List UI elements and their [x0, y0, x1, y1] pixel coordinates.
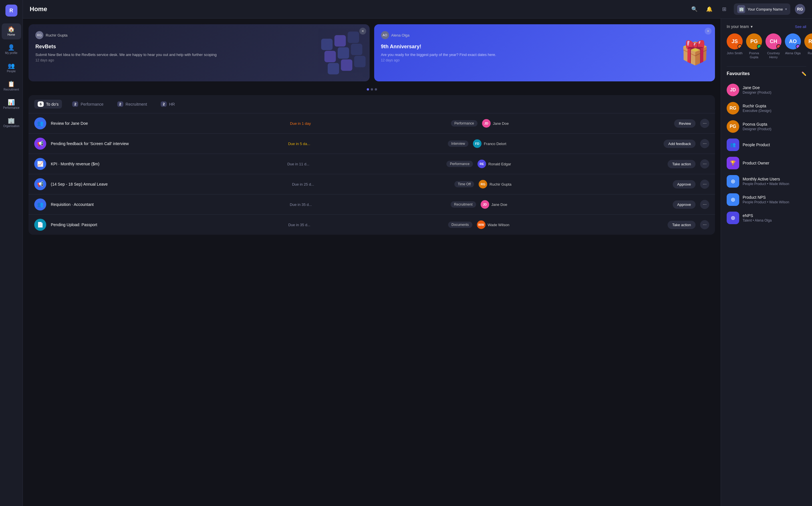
sidebar-item-recruitment[interactable]: 📋 Recruitment: [2, 78, 21, 94]
main-content: Home 🔍 🔔 ⊞ 🏢 Your Company Name ▾ RG RG: [23, 0, 812, 506]
team-member[interactable]: AO Alena Olga: [785, 33, 801, 59]
sidebar-item-my-profile[interactable]: 👤 My profile: [2, 42, 21, 58]
todo-icon: 📈: [34, 158, 46, 170]
todo-icon: 📢: [34, 138, 46, 150]
dot-2[interactable]: [371, 88, 373, 90]
see-all-button[interactable]: See all: [795, 24, 806, 29]
company-name: Your Company Name: [747, 7, 783, 11]
team-member-name: Poorva Gupta: [746, 51, 762, 59]
todo-action-button[interactable]: Take action: [668, 221, 696, 229]
todo-person: WW Wade Wilson: [477, 221, 663, 229]
search-button[interactable]: 🔍: [689, 4, 700, 14]
fav-avatar: PG: [727, 120, 739, 133]
tab-performance[interactable]: 2 Performance: [69, 100, 107, 108]
todo-name: KPI · Monthly revenue ($m): [51, 162, 283, 166]
team-chevron-icon: ▾: [751, 24, 752, 29]
todo-name: Pending feedback for 'Screen Call' inter…: [51, 141, 283, 146]
tab-recruitment-label: Recruitment: [126, 102, 147, 106]
team-member-avatar: CH: [766, 33, 782, 50]
todo-more-button[interactable]: ···: [700, 119, 709, 128]
user-avatar[interactable]: RG: [795, 4, 805, 14]
fav-sub: People Product • Wade Wilson: [743, 182, 806, 186]
todo-more-button[interactable]: ···: [700, 220, 709, 229]
todo-person-name: Franco Delort: [484, 142, 506, 146]
tab-performance-label: Performance: [81, 102, 103, 106]
team-member[interactable]: JS John Smith: [727, 33, 743, 59]
todo-more-button[interactable]: ···: [700, 139, 709, 148]
people-icon: 👥: [8, 63, 15, 69]
recruitment-icon: 📋: [8, 81, 15, 87]
page-title: Home: [30, 5, 685, 13]
card-description: Submit New Bet Idea to the RevBets servi…: [35, 52, 363, 58]
todo-action-button[interactable]: Add feedback: [664, 140, 696, 148]
favourites-section: Favourites ✏️ JD Jane Doe Designer (Prod…: [727, 71, 806, 227]
todo-row: 📄 Pending Upload: Passport Due in 35 d..…: [28, 215, 715, 235]
card-close-button-2[interactable]: ✕: [705, 28, 712, 34]
team-member[interactable]: PG Poorva Gupta: [746, 33, 762, 59]
fav-item-people-product[interactable]: 👥 People Product: [727, 136, 806, 154]
sidebar-item-organisation[interactable]: 🏢 Organisation: [2, 115, 21, 131]
todo-action-button[interactable]: Approve: [673, 200, 696, 209]
center-panel: RG Ruchir Gupta ✕ RevBets Submit New Bet…: [23, 18, 721, 506]
fav-name: Monthly Active Users: [743, 177, 806, 181]
fav-avatar: 👥: [727, 139, 739, 151]
gift-icon: 🎁: [681, 41, 709, 64]
todo-row: 👥 Requisition · Accountant Due in 35 d..…: [28, 194, 715, 215]
fav-sub: Talent • Alena Olga: [743, 219, 806, 223]
todo-action-button[interactable]: Approve: [673, 180, 696, 188]
fav-info: Product Owner: [743, 161, 806, 165]
fav-item-poorva-gupta[interactable]: PG Poorva Gupta Designer (Product): [727, 117, 806, 136]
todo-person-name: Jane Doe: [492, 202, 507, 207]
dot-1[interactable]: [367, 88, 369, 90]
todo-icon: 📄: [34, 219, 46, 231]
sidebar-item-performance[interactable]: 📊 Performance: [2, 96, 21, 112]
todo-icon: 👥: [34, 117, 46, 130]
sidebar-item-people[interactable]: 👥 People: [2, 60, 21, 76]
edit-favourites-button[interactable]: ✏️: [801, 71, 806, 76]
fav-item-jane-doe[interactable]: JD Jane Doe Designer (Product): [727, 81, 806, 99]
company-selector[interactable]: 🏢 Your Company Name ▾: [734, 3, 790, 15]
todo-icon: 📢: [34, 178, 46, 190]
team-member[interactable]: RG Ru Gu: [804, 33, 812, 59]
fav-item-monthly-active-users[interactable]: ◎ Monthly Active Users People Product • …: [727, 172, 806, 190]
todo-row: 📢 Pending feedback for 'Screen Call' int…: [28, 134, 715, 154]
tab-hr[interactable]: 2 HR: [157, 100, 178, 108]
todo-action-button[interactable]: Take action: [668, 160, 696, 168]
todo-person: RG Ruchir Gupta: [479, 180, 668, 188]
todo-more-button[interactable]: ···: [700, 159, 709, 168]
team-member-avatar: RG: [804, 33, 812, 50]
todo-person-name: Wade Wilson: [488, 223, 509, 227]
notifications-button[interactable]: 🔔: [704, 4, 714, 14]
todo-person-avatar: RE: [478, 160, 486, 168]
tab-performance-count: 2: [72, 101, 78, 107]
card-decoration: [324, 34, 364, 71]
fav-item-enps[interactable]: ◎ eNPS Talent • Alena Olga: [727, 209, 806, 227]
todo-badge: Interview: [448, 141, 468, 147]
profile-icon: 👤: [8, 45, 15, 50]
team-section: In your team ▾ See all JS John Smith PG …: [727, 24, 806, 59]
team-title[interactable]: In your team ▾: [727, 24, 752, 29]
todo-person: JD Jane Doe: [482, 119, 670, 128]
sidebar: R 🏠 Home 👤 My profile 👥 People 📋 Recruit…: [0, 0, 23, 506]
todo-action-button[interactable]: Review: [674, 119, 696, 128]
team-member[interactable]: CH Courtney Henry: [766, 33, 782, 59]
fav-item-product-owner[interactable]: 🏆 Product Owner: [727, 154, 806, 172]
tab-todos[interactable]: 6 To do's: [34, 100, 62, 108]
fav-item-ruchir-gupta[interactable]: RG Ruchir Gupta Executive (Design): [727, 99, 806, 117]
dot-3[interactable]: [375, 88, 377, 90]
card-time-2: 12 days ago: [381, 58, 400, 62]
team-avatars: JS John Smith PG Poorva Gupta CH Courtne…: [727, 33, 806, 59]
sidebar-item-home[interactable]: 🏠 Home: [2, 23, 21, 39]
todo-person: RE Ronald Edgar: [478, 160, 663, 168]
todo-more-button[interactable]: ···: [700, 200, 709, 209]
fav-item-product-nps[interactable]: ◎ Product NPS People Product • Wade Wils…: [727, 190, 806, 209]
fav-info: Poorva Gupta Designer (Product): [743, 122, 806, 131]
apps-button[interactable]: ⊞: [719, 4, 729, 14]
todo-due: Due in 1 day: [290, 121, 446, 125]
todo-badge: Performance: [451, 120, 478, 126]
todo-list: 👥 Review for Jane Doe Due in 1 day Perfo…: [28, 113, 715, 235]
fav-sub: Designer (Product): [743, 90, 806, 94]
tab-recruitment[interactable]: 2 Recruitment: [114, 100, 151, 108]
card-close-button[interactable]: ✕: [359, 28, 366, 34]
todo-more-button[interactable]: ···: [700, 180, 709, 189]
